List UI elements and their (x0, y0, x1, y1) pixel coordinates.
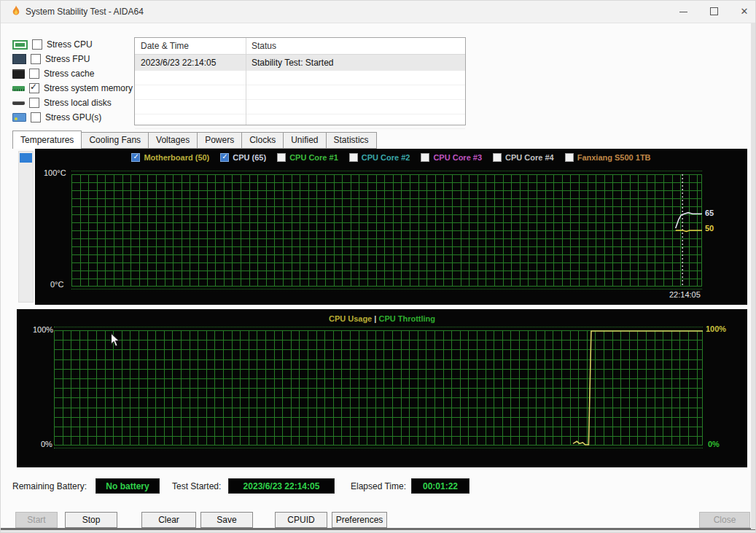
legend-fanxiang-s500-1tb[interactable]: Fanxiang S500 1TB (565, 153, 651, 162)
stress-option-stress-system-memory[interactable]: Stress system memory (12, 81, 136, 96)
legend-label: CPU Core #3 (433, 153, 482, 162)
stress-option-stress-fpu[interactable]: Stress FPU (12, 52, 136, 66)
titlebar[interactable]: System Stability Test - AIDA64 ✕ (1, 1, 756, 23)
stress-option-stress-gpu-s[interactable]: Stress GPU(s) (12, 110, 136, 125)
legend-checkbox-cpu-core-4[interactable] (493, 153, 502, 162)
legend-cpu-core-2[interactable]: CPU Core #2 (349, 153, 410, 162)
legend-label: Fanxiang S500 1TB (577, 153, 651, 162)
flame-icon (10, 5, 22, 17)
stress-option-label: Stress FPU (45, 54, 90, 64)
y-axis-max-label: 100°C (44, 168, 66, 177)
checkbox-stress-fpu[interactable] (31, 54, 41, 64)
save-button[interactable]: Save (200, 512, 253, 528)
checkbox-stress-cpu[interactable] (32, 39, 42, 50)
log-row[interactable]: 2023/6/23 22:14:05Stability Test: Starte… (135, 55, 465, 71)
usage-y-min-left: 0% (41, 440, 52, 448)
x-axis-time-label: 22:14:05 (669, 290, 701, 299)
legend-cpu-65[interactable]: CPU (65) (220, 153, 266, 162)
legend-label: CPU (65) (233, 153, 266, 162)
stop-button[interactable]: Stop (65, 512, 117, 528)
y-axis-min-label: 0°C (50, 280, 63, 289)
tab-temperatures[interactable]: Temperatures (12, 131, 82, 149)
stress-options: Stress CPUStress FPUStress cacheStress s… (12, 37, 136, 125)
tab-powers[interactable]: Powers (198, 132, 242, 149)
legend-checkbox-motherboard-50[interactable] (131, 153, 140, 162)
legend-checkbox-cpu-65[interactable] (220, 153, 229, 162)
legend-label: Motherboard (50) (144, 153, 209, 162)
stability-test-window: System Stability Test - AIDA64 ✕ Stress … (0, 0, 756, 533)
tab-voltages[interactable]: Voltages (149, 132, 198, 149)
tab-bar: TemperaturesCooling FansVoltagesPowersCl… (12, 131, 377, 149)
legend-checkbox-cpu-core-2[interactable] (349, 153, 358, 162)
test-started-value: 2023/6/23 22:14:05 (243, 481, 320, 491)
legend-cpu-core-4[interactable]: CPU Core #4 (493, 153, 554, 162)
axis-ticks (71, 171, 702, 171)
checkbox-stress-cache[interactable] (29, 69, 39, 79)
legend-label: CPU Core #4 (505, 153, 554, 162)
cpu-usage-chart-panel: CPU Usage | CPU Throttling 100% 0% 100% … (17, 309, 747, 467)
elapsed-time-value-box: 00:01:22 (411, 478, 469, 494)
usage-y-max-left: 100% (33, 325, 53, 334)
window-title: System Stability Test - AIDA64 (26, 7, 144, 17)
preferences-button[interactable]: Preferences (332, 512, 387, 528)
log-header-status[interactable]: Status (246, 41, 276, 51)
stress-option-stress-cpu[interactable]: Stress CPU (12, 37, 136, 52)
elapsed-time-label: Elapsed Time: (351, 479, 406, 494)
screen-bottom-strip (1, 530, 756, 533)
checkbox-stress-local-disks[interactable] (29, 98, 39, 108)
test-started-label: Test Started: (172, 479, 221, 494)
tab-statistics[interactable]: Statistics (327, 132, 377, 149)
temp-chart-scrollbar[interactable] (18, 151, 34, 303)
legend-checkbox-cpu-core-1[interactable] (277, 153, 286, 162)
close-icon[interactable]: ✕ (732, 1, 756, 23)
column-divider (246, 38, 246, 125)
stress-option-label: Stress system memory (44, 83, 133, 93)
checkbox-stress-gpu-s[interactable] (31, 112, 41, 122)
temp-chart-grid (71, 174, 702, 287)
legend-checkbox-fanxiang-s500-1tb[interactable] (565, 153, 574, 162)
battery-value: No battery (106, 481, 149, 491)
scrollbar-thumb[interactable] (20, 153, 32, 163)
stress-option-label: Stress cache (44, 69, 94, 79)
current-temp-65: 65 (705, 209, 714, 217)
stress-option-label: Stress local disks (44, 98, 112, 108)
cache-icon (12, 69, 25, 79)
checkbox-stress-system-memory[interactable] (29, 83, 39, 93)
maximize-icon[interactable] (701, 1, 726, 23)
log-row-empty (135, 100, 465, 114)
elapsed-time-value: 00:01:22 (423, 481, 458, 491)
legend-checkbox-cpu-core-3[interactable] (421, 153, 429, 162)
legend-cpu-core-3[interactable]: CPU Core #3 (421, 153, 482, 162)
fpu-icon (12, 54, 26, 64)
screen-right-strip (751, 23, 755, 529)
tab-clocks[interactable]: Clocks (242, 132, 284, 149)
start-button[interactable]: Start (15, 512, 58, 528)
minimize-icon[interactable] (671, 1, 695, 23)
log-row-empty (135, 85, 465, 100)
legend-motherboard-50[interactable]: Motherboard (50) (131, 153, 209, 162)
tab-unified[interactable]: Unified (284, 132, 326, 149)
clear-button[interactable]: Clear (141, 512, 196, 528)
stress-option-stress-cache[interactable]: Stress cache (12, 66, 136, 81)
axis-ticks (71, 289, 702, 289)
legend-label: CPU Core #1 (289, 153, 338, 162)
cpuid-button[interactable]: CPUID (275, 512, 327, 528)
test-started-value-box: 2023/6/23 22:14:05 (228, 478, 335, 494)
log-row-empty (135, 71, 465, 85)
usage-y-min-right: 0% (708, 440, 720, 448)
temperatures-chart-panel: Motherboard (50)CPU (65)CPU Core #1CPU C… (35, 149, 747, 305)
cpu-icon (12, 40, 28, 50)
cpu-usage-title: CPU Usage (329, 314, 372, 323)
cpu-throttling-title: CPU Throttling (378, 314, 435, 323)
log-header-datetime[interactable]: Date & Time (135, 41, 246, 51)
stress-option-stress-local-disks[interactable]: Stress local disks (12, 96, 136, 110)
log-cell-status: Stability Test: Started (246, 58, 334, 68)
log-cell-datetime: 2023/6/23 22:14:05 (135, 58, 246, 68)
title-separator: | (374, 314, 376, 323)
legend-cpu-core-1[interactable]: CPU Core #1 (277, 153, 338, 162)
usage-y-max-right: 100% (706, 324, 726, 333)
battery-label: Remaining Battery: (12, 479, 87, 494)
close-button[interactable]: Close (699, 512, 750, 528)
event-log-table[interactable]: Date & Time Status 2023/6/23 22:14:05Sta… (134, 37, 466, 125)
tab-cooling-fans[interactable]: Cooling Fans (82, 132, 149, 149)
